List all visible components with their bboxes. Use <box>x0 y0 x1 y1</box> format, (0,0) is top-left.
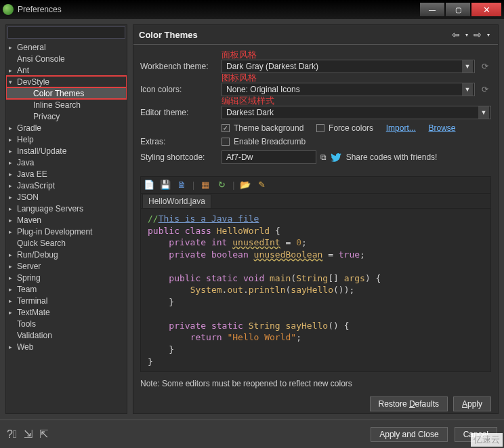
maximize-button[interactable]: ▢ <box>446 3 470 16</box>
wand-icon[interactable]: ✎ <box>256 180 267 190</box>
note-text: Note: Some editors must be reopened to r… <box>133 375 498 392</box>
icons-label: Icon colors: <box>140 85 222 94</box>
export-icon[interactable]: ⇱ <box>39 428 48 441</box>
tree-item[interactable]: ▸Plug-in Development <box>6 226 127 237</box>
tree-item[interactable]: Color Themes <box>6 87 127 99</box>
back-menu[interactable]: ▾ <box>463 32 471 38</box>
copy-icon[interactable]: ⧉ <box>320 152 327 162</box>
theme-bg-label: Theme background <box>234 123 303 133</box>
tree-item[interactable]: ▸Language Servers <box>6 203 127 214</box>
twitter-icon[interactable] <box>331 153 341 162</box>
tree-item[interactable]: ▸JSON <box>6 191 127 203</box>
box-icon[interactable]: ▦ <box>200 180 211 190</box>
main-header: Color Themes ⇦ ▾ ⇨ ▾ <box>133 25 498 45</box>
folder-icon[interactable]: 📂 <box>240 180 251 190</box>
tree-item[interactable]: Inline Search <box>6 99 127 110</box>
preferences-tree: ▸GeneralAnsi Console▸Ant▾DevStyleColor T… <box>6 40 127 413</box>
tree-item[interactable]: ▸Spring <box>6 272 127 283</box>
tree-item[interactable]: ▸Team <box>6 283 127 295</box>
window-title: Preferences <box>18 5 419 14</box>
help-icon[interactable]: ?⃝ <box>7 428 17 441</box>
apply-close-button[interactable]: Apply and Close <box>371 427 447 442</box>
app-icon <box>3 4 14 15</box>
editor-tab[interactable]: HelloWorld.java <box>142 194 211 208</box>
apply-button[interactable]: Apply <box>453 396 491 411</box>
share-text: Share codes with friends! <box>346 152 438 162</box>
breadcrumb-label: Enable Breadcrumb <box>234 137 306 146</box>
shortcode-input[interactable]: Af7-Dw <box>222 150 316 164</box>
workbench-label: Workbench theme: <box>140 62 222 71</box>
chevron-down-icon: ▼ <box>462 60 473 73</box>
restore-defaults-button[interactable]: Restore Defaults <box>370 396 448 411</box>
tree-item[interactable]: ▸Java EE <box>6 168 127 180</box>
tree-item[interactable]: ▸Web <box>6 341 127 352</box>
tree-item[interactable]: ▸Maven <box>6 214 127 226</box>
tree-item[interactable]: Ansi Console <box>6 53 127 64</box>
tree-item[interactable]: ▸Terminal <box>6 295 127 306</box>
tree-item[interactable]: Quick Search <box>6 237 127 249</box>
tree-item[interactable]: ▸Help <box>6 134 127 145</box>
tree-item[interactable]: ▸Ant <box>6 64 127 76</box>
main-panel: Color Themes ⇦ ▾ ⇨ ▾ 面板风格 Workbench them… <box>133 24 499 414</box>
page-title: Color Themes <box>139 30 449 40</box>
refresh-icon[interactable]: ⟳ <box>479 62 491 71</box>
tree-item[interactable]: ▸Java <box>6 157 127 168</box>
import-icon[interactable]: ⇲ <box>24 428 33 441</box>
theme-bg-checkbox[interactable] <box>222 124 230 132</box>
preferences-window: Preferences — ▢ ✕ ▸GeneralAnsi Console▸A… <box>0 0 504 448</box>
import-link[interactable]: Import... <box>386 123 416 133</box>
tree-item[interactable]: Validation <box>6 329 127 341</box>
editor-toolbar: 📄 💾 🗎 | ▦ ↻ | 📂 ✎ <box>141 177 490 194</box>
watermark: 亿速云 <box>471 433 503 447</box>
forward-button[interactable]: ⇨ <box>471 29 484 40</box>
save-icon[interactable]: 💾 <box>160 180 171 190</box>
shortcode-label: Styling shortcode: <box>140 152 222 162</box>
tree-item[interactable]: ▸Gradle <box>6 122 127 134</box>
chevron-down-icon: ▼ <box>478 106 489 119</box>
chevron-down-icon: ▼ <box>462 83 473 96</box>
footer: ?⃝ ⇲ ⇱ Apply and Close Cancel <box>0 420 504 448</box>
minimize-button[interactable]: — <box>420 3 444 16</box>
editor-preview: 📄 💾 🗎 | ▦ ↻ | 📂 ✎ HelloWorld.java //This… <box>140 176 491 372</box>
workbench-select[interactable]: Dark Gray (Darkest Dark)▼ <box>222 60 475 73</box>
refresh-icon[interactable]: ↻ <box>216 180 227 190</box>
extras-label: Extras: <box>140 137 222 146</box>
browse-link[interactable]: Browse <box>428 123 455 133</box>
tree-item[interactable]: ▸Install/Update <box>6 145 127 157</box>
code-area: //This is a Java file public class Hello… <box>141 208 490 371</box>
force-colors-label: Force colors <box>329 123 373 133</box>
refresh-icon[interactable]: ⟳ <box>479 85 491 94</box>
tree-item[interactable]: Tools <box>6 318 127 329</box>
saveall-icon[interactable]: 🗎 <box>176 180 187 190</box>
close-button[interactable]: ✕ <box>471 3 501 16</box>
breadcrumb-checkbox[interactable] <box>222 138 230 146</box>
tree-item[interactable]: ▸Run/Debug <box>6 249 127 260</box>
titlebar: Preferences — ▢ ✕ <box>0 0 504 19</box>
tree-item[interactable]: ▾DevStyle <box>6 76 127 87</box>
sidebar: ▸GeneralAnsi Console▸Ant▾DevStyleColor T… <box>5 24 127 414</box>
tree-item[interactable]: ▸TextMate <box>6 306 127 318</box>
new-icon[interactable]: 📄 <box>144 180 154 190</box>
form: 面板风格 Workbench theme: Dark Gray (Darkest… <box>133 45 498 174</box>
tree-item[interactable]: Privacy <box>6 110 127 122</box>
forward-menu[interactable]: ▾ <box>484 32 492 38</box>
tree-item[interactable]: ▸JavaScript <box>6 180 127 191</box>
tree-item[interactable]: ▸General <box>6 41 127 53</box>
filter-input[interactable] <box>7 26 125 39</box>
back-button[interactable]: ⇦ <box>449 29 463 40</box>
editor-label: Editor theme: <box>140 108 222 117</box>
editor-select[interactable]: Darkest Dark▼ <box>222 106 491 119</box>
force-colors-checkbox[interactable] <box>316 124 324 132</box>
tree-item[interactable]: ▸Server <box>6 260 127 272</box>
icons-select[interactable]: None: Original Icons▼ <box>222 83 475 96</box>
